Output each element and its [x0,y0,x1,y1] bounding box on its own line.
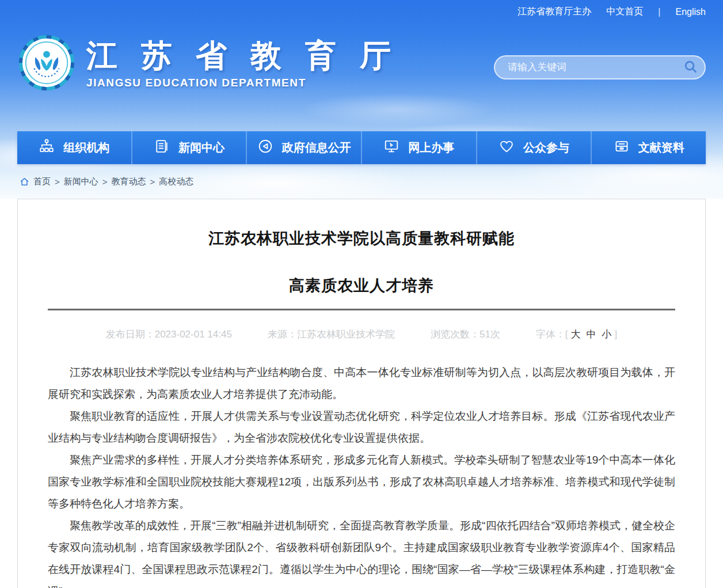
article-title-line1: 江苏农林职业技术学院以高质量教科研赋能 [18,199,705,249]
font-size-bracket-open: [ [565,329,568,340]
emblem-icon [18,35,75,93]
home-icon [20,177,29,187]
site-logo[interactable]: 江 苏 省 教 育 厅 JIANGSU EDUCATION DEPARTMENT [18,35,398,93]
breadcrumb-separator: > [102,177,108,187]
nav-item-news-center[interactable]: 新闻中心 [131,131,246,164]
publish-date-label: 发布日期： [106,328,155,341]
search-button[interactable] [680,57,701,78]
heart-icon [499,138,515,157]
breadcrumb-university-trends[interactable]: 高校动态 [159,176,193,187]
topbar-separator: | [658,7,660,17]
source-value: 江苏农林职业技术学院 [297,328,395,341]
article-paragraph: 聚焦职业教育的适应性，开展人才供需关系与专业设置动态优化研究，科学定位农业人才培… [48,405,675,449]
views-value: 51次 [480,328,500,341]
nav-item-label: 文献资料 [638,140,684,155]
org-chart-icon [39,138,55,157]
article-paragraph: 江苏农林职业技术学院以专业结构与产业结构吻合度、中高本一体化专业标准研制等为切入… [48,362,675,405]
nav-item-gov-info-disclosure[interactable]: 政府信息公开 [246,131,361,164]
breadcrumb-news-center[interactable]: 新闻中心 [64,176,98,187]
nav-item-online-services[interactable]: 网上办事 [361,131,476,164]
nav-item-label: 网上办事 [408,140,454,155]
title-divider [48,309,675,310]
source-label: 来源： [268,328,297,341]
publish-date-value: 2023-02-01 14:45 [155,329,232,340]
nav-item-documents[interactable]: 文献资料 [591,131,706,164]
info-disclosure-icon [257,138,273,157]
font-size-bracket-close: ] [615,329,618,340]
views-group: 浏览次数： 51次 [431,328,500,341]
main-nav: 组织机构 新闻中心 政府信息公开 [17,131,706,164]
breadcrumb-education-trends[interactable]: 教育动态 [112,176,146,187]
font-size-small-button[interactable]: 小 [602,328,612,341]
article-paragraph: 聚焦教学改革的成效性，开展“三教”相融并进机制研究，全面提高教育教学质量。形成“… [48,515,675,588]
nav-item-label: 组织机构 [63,140,109,155]
article-title-line2: 高素质农业人才培养 [18,275,705,296]
topbar: 江苏省教育厅主办 中文首页 | English [517,6,706,18]
font-size-group: 字体： [ 大 中 小 ] [536,328,617,341]
article-container: 江苏农林职业技术学院以高质量教科研赋能 高素质农业人才培养 发布日期： 2023… [17,199,706,588]
article-paragraph: 聚焦产业需求的多样性，开展人才分类培养体系研究，形成多元化育人新模式。学校牵头研… [48,449,675,515]
nav-item-public-participation[interactable]: 公众参与 [476,131,591,164]
breadcrumb-separator: > [150,177,155,187]
site-subtitle: JIANGSU EDUCATION DEPARTMENT [86,77,398,89]
nav-item-organization[interactable]: 组织机构 [17,131,131,164]
site-title: 江 苏 省 教 育 厅 [86,39,398,73]
nav-item-label: 公众参与 [523,140,569,155]
monitor-icon [383,138,399,157]
source-group: 来源： 江苏农林职业技术学院 [268,328,395,341]
cloud-background [0,0,723,199]
topbar-english-link[interactable]: English [676,7,706,17]
site-header: 江苏省教育厅主办 中文首页 | English 江 苏 省 教 育 厅 JIAN… [0,0,723,199]
news-document-icon [154,138,170,157]
breadcrumb-home[interactable]: 首页 [33,176,51,187]
search-box [494,55,706,79]
font-size-label: 字体： [536,328,565,341]
topbar-chinese-home-link[interactable]: 中文首页 [606,6,643,18]
breadcrumb-separator: > [55,177,60,187]
font-size-large-button[interactable]: 大 [571,328,581,341]
article-body: 江苏农林职业技术学院以专业结构与产业结构吻合度、中高本一体化专业标准研制等为切入… [18,362,705,588]
search-icon [683,59,698,76]
breadcrumb: 首页 > 新闻中心 > 教育动态 > 高校动态 [20,176,193,187]
topbar-host-link[interactable]: 江苏省教育厅主办 [517,6,591,18]
nav-item-label: 新闻中心 [178,140,224,155]
archive-icon [614,138,630,157]
nav-item-label: 政府信息公开 [282,140,351,155]
publish-date-group: 发布日期： 2023-02-01 14:45 [106,328,232,341]
search-input[interactable] [507,61,680,74]
article-meta: 发布日期： 2023-02-01 14:45 来源： 江苏农林职业技术学院 浏览… [18,328,705,341]
views-label: 浏览次数： [431,328,480,341]
font-size-medium-button[interactable]: 中 [587,328,596,341]
